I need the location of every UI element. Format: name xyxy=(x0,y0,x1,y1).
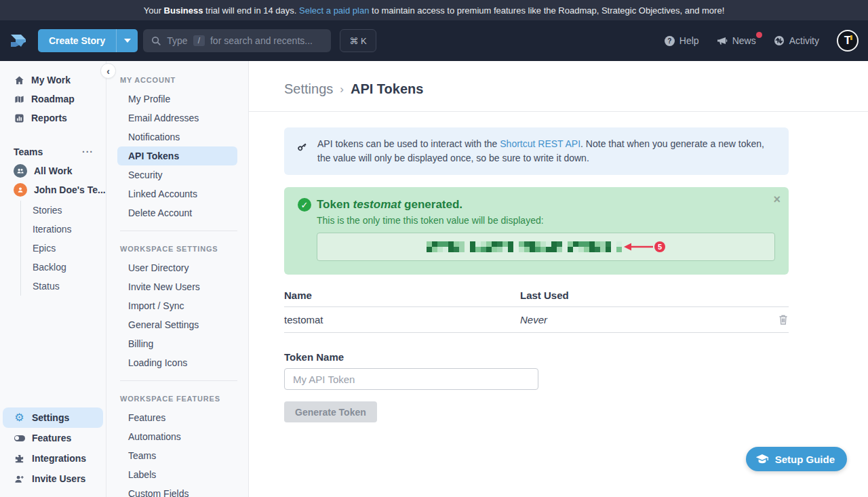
puzzle-icon xyxy=(14,454,25,464)
sidebar-item-status[interactable]: Status xyxy=(33,277,106,296)
delete-token-button[interactable] xyxy=(768,314,789,325)
key-icon xyxy=(296,141,308,165)
news-button[interactable]: News xyxy=(717,35,756,46)
help-button[interactable]: ? Help xyxy=(665,35,699,46)
gear-icon: ⚙ xyxy=(14,412,25,423)
sidebar-item-my-work[interactable]: My Work xyxy=(0,71,106,90)
api-info-text: API tokens can be used to interact with … xyxy=(317,137,776,165)
team-sub-list: Stories Iterations Epics Backlog Status xyxy=(20,201,106,296)
sidebar-item-all-work[interactable]: All Work xyxy=(0,161,106,180)
api-info-callout: API tokens can be used to interact with … xyxy=(284,127,789,175)
settings-nav-delete-account[interactable]: Delete Account xyxy=(106,203,248,222)
top-navbar: Create Story Type / for search and recen… xyxy=(0,20,868,61)
settings-nav-my-profile[interactable]: My Profile xyxy=(106,90,248,108)
section-header-my-account: MY ACCOUNT xyxy=(106,71,248,90)
sidebar-item-roadmap[interactable]: Roadmap xyxy=(0,90,106,108)
sidebar-bottom-group: ⚙ Settings Features Integrations Invite … xyxy=(0,407,106,497)
annotation-number: 5 xyxy=(654,241,665,252)
settings-nav-notifications[interactable]: Notifications xyxy=(106,127,248,146)
settings-nav-user-directory[interactable]: User Directory xyxy=(106,258,248,277)
teams-menu-button[interactable]: ··· xyxy=(82,146,94,157)
page-body: API tokens can be used to interact with … xyxy=(249,112,789,422)
sidebar-item-epics[interactable]: Epics xyxy=(33,239,106,258)
section-header-workspace-features: WORKSPACE FEATURES xyxy=(106,389,248,408)
team-avatar xyxy=(14,183,27,197)
map-icon xyxy=(14,94,24,104)
banner-text-prefix: Your xyxy=(144,5,164,16)
help-label: Help xyxy=(679,35,699,46)
settings-nav-billing[interactable]: Billing xyxy=(106,334,248,353)
toggle-icon xyxy=(14,435,25,441)
generate-token-button[interactable]: Generate Token xyxy=(284,401,377,422)
settings-nav-teams[interactable]: Teams xyxy=(106,446,248,465)
primary-sidebar: My Work Roadmap Reports Teams ··· All Wo… xyxy=(0,61,106,497)
settings-nav-general-settings[interactable]: General Settings xyxy=(106,315,248,334)
settings-nav-linked-accounts[interactable]: Linked Accounts xyxy=(106,184,248,203)
sidebar-label: Reports xyxy=(31,113,67,123)
info-before-link: API tokens can be used to interact with … xyxy=(317,138,500,149)
sidebar-item-backlog[interactable]: Backlog xyxy=(33,258,106,277)
close-icon[interactable]: × xyxy=(773,193,781,207)
setup-guide-label: Setup Guide xyxy=(775,454,835,465)
token-value-redacted xyxy=(427,241,622,252)
sidebar-item-john-does-team[interactable]: John Doe's Te... xyxy=(0,180,106,199)
settings-nav-invite-new-users[interactable]: Invite New Users xyxy=(106,277,248,296)
activity-icon xyxy=(774,35,785,46)
sidebar-item-integrations[interactable]: Integrations xyxy=(3,448,103,469)
tokens-table: Name Last Used testomat Never xyxy=(284,290,789,333)
settings-nav-automations[interactable]: Automations xyxy=(106,427,248,446)
banner-plan-name: Business xyxy=(164,5,203,16)
sidebar-item-stories[interactable]: Stories xyxy=(33,201,106,220)
command-k-shortcut[interactable]: ⌘ K xyxy=(340,29,376,52)
tokens-table-header: Name Last Used xyxy=(284,290,789,307)
settings-nav-import-sync[interactable]: Import / Sync xyxy=(106,296,248,315)
shortcut-logo-icon[interactable] xyxy=(8,31,28,51)
team-label: All Work xyxy=(34,165,73,176)
create-story-label: Create Story xyxy=(38,35,116,46)
graduation-cap-icon xyxy=(755,454,769,464)
column-last-used: Last Used xyxy=(520,290,768,301)
settings-nav-email-addresses[interactable]: Email Addresses xyxy=(106,108,248,127)
search-input[interactable]: Type / for search and recents... xyxy=(143,29,331,52)
create-story-dropdown[interactable] xyxy=(116,29,138,52)
page-title: API Tokens xyxy=(351,81,423,97)
settings-nav: MY ACCOUNT My Profile Email Addresses No… xyxy=(106,61,249,497)
breadcrumb-settings[interactable]: Settings xyxy=(284,81,333,97)
user-avatar[interactable]: T xyxy=(837,30,859,52)
megaphone-icon xyxy=(717,36,728,45)
settings-nav-api-tokens[interactable]: API Tokens xyxy=(117,146,237,165)
sidebar-item-settings[interactable]: ⚙ Settings xyxy=(3,407,103,428)
news-label: News xyxy=(732,35,756,46)
breadcrumb-separator-icon: › xyxy=(340,83,344,96)
check-circle-icon: ✓ xyxy=(298,198,311,212)
token-name-label: Token Name xyxy=(284,351,789,363)
shortcut-rest-api-link[interactable]: Shortcut REST API xyxy=(500,138,580,149)
settings-nav-loading-icons[interactable]: Loading Icons xyxy=(106,353,248,372)
token-generated-alert: × ✓ Token testomat generated. This is th… xyxy=(284,187,789,275)
alert-title: Token testomat generated. xyxy=(317,198,775,212)
activity-button[interactable]: Activity xyxy=(774,35,819,46)
settings-nav-features[interactable]: Features xyxy=(106,408,248,427)
settings-nav-security[interactable]: Security xyxy=(106,165,248,184)
setup-guide-button[interactable]: Setup Guide xyxy=(746,447,847,471)
create-story-button[interactable]: Create Story xyxy=(38,29,138,52)
token-name-cell: testomat xyxy=(284,314,520,325)
token-name-input[interactable] xyxy=(284,368,538,390)
sidebar-item-iterations[interactable]: Iterations xyxy=(33,220,106,239)
select-paid-plan-link[interactable]: Select a paid plan xyxy=(299,5,369,16)
banner-text-suffix: to maintain access to premium features l… xyxy=(369,5,724,16)
breadcrumb: Settings › API Tokens xyxy=(284,81,833,97)
teams-label: Teams xyxy=(14,146,43,157)
trial-banner: Your Business trial will end in 14 days.… xyxy=(0,0,868,20)
settings-nav-custom-fields[interactable]: Custom Fields xyxy=(106,484,248,497)
settings-nav-labels[interactable]: Labels xyxy=(106,465,248,484)
collapse-sidebar-button[interactable]: ‹ xyxy=(100,63,116,79)
sidebar-label: Invite Users xyxy=(32,473,85,484)
sidebar-item-reports[interactable]: Reports xyxy=(0,108,106,127)
sidebar-item-features[interactable]: Features xyxy=(3,428,103,448)
slash-key-badge: / xyxy=(193,35,205,46)
token-value-box: 5 xyxy=(317,233,775,261)
main-content: Settings › API Tokens API tokens can be … xyxy=(249,61,868,497)
sidebar-item-invite-users[interactable]: Invite Users xyxy=(3,469,103,489)
chevron-down-icon xyxy=(124,39,131,43)
